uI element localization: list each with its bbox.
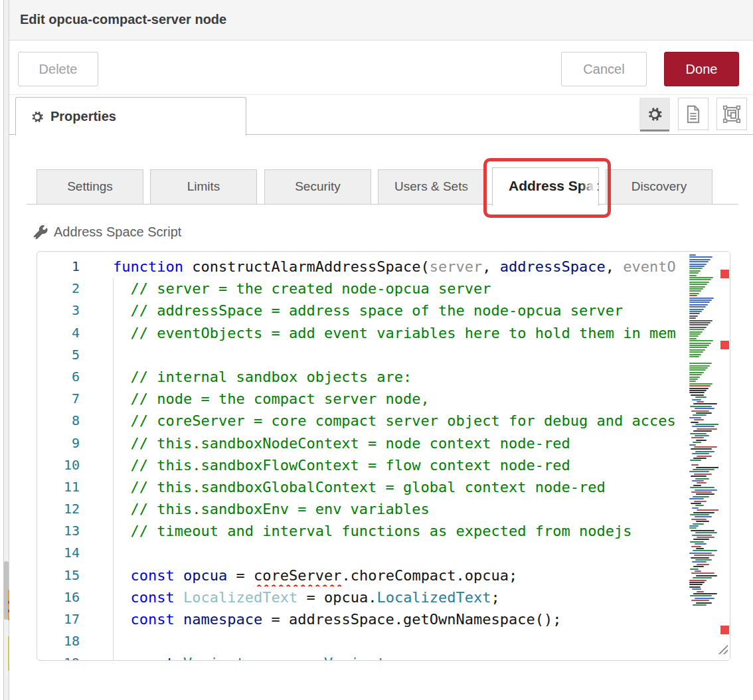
properties-tab[interactable]: Properties — [15, 97, 246, 135]
section-label-row: Address Space Script — [33, 224, 181, 240]
code-line[interactable]: 8 // coreServer = core compact server ob… — [37, 410, 688, 432]
minimap-row — [695, 598, 714, 599]
properties-tab-label: Properties — [50, 109, 116, 124]
minimap-row — [689, 333, 701, 335]
minimap-row — [689, 586, 701, 588]
line-number: 15 — [37, 565, 80, 586]
minimap-row — [689, 347, 707, 348]
minimap-row — [690, 595, 712, 596]
minimap-row — [689, 272, 699, 274]
minimap-row — [695, 435, 709, 436]
minimap-row — [696, 493, 714, 495]
minimap-row — [693, 550, 717, 551]
code-line[interactable]: 16 const LocalizedText = opcua.Localized… — [37, 586, 688, 608]
minimap-row — [695, 424, 720, 425]
code-text: // this.sandboxGlobalContext = global co… — [80, 476, 688, 498]
minimap-row — [689, 383, 712, 385]
tab-security[interactable]: Security — [264, 169, 371, 205]
minimap-row — [696, 548, 704, 549]
code-line[interactable]: 10 // this.sandboxFlowContext = flow con… — [37, 454, 688, 476]
minimap-row — [695, 559, 712, 561]
tab-discovery[interactable]: Discovery — [606, 169, 712, 205]
code-line[interactable]: 18 — [37, 630, 688, 652]
line-number: 16 — [37, 586, 80, 608]
code-line[interactable]: 4 // eventObjects = add event variables … — [37, 322, 688, 344]
tab-users-sets[interactable]: Users & Sets — [378, 169, 485, 205]
minimap-row — [697, 564, 709, 565]
line-number: 14 — [37, 542, 80, 564]
cancel-button[interactable]: Cancel — [561, 52, 647, 86]
minimap-row — [693, 430, 712, 432]
line-number: 1 — [37, 256, 80, 278]
minimap-row — [695, 408, 714, 409]
line-number: 3 — [37, 300, 80, 321]
line-number: 13 — [37, 520, 80, 542]
code-line[interactable]: 14 — [37, 542, 688, 564]
minimap-row — [691, 546, 701, 547]
minimap-row — [689, 582, 705, 583]
code-line[interactable]: 15 const opcua = coreServer.choreCompact… — [37, 565, 688, 586]
tab-settings[interactable]: Settings — [37, 169, 143, 205]
code-line[interactable]: 7 // node = the compact server node, — [37, 388, 688, 410]
line-number: 10 — [37, 454, 80, 476]
tab-address-space[interactable]: Address Space — [492, 167, 599, 206]
code-line[interactable]: 19 const Variant = opcua.Variant; — [37, 652, 688, 661]
minimap-row — [693, 593, 717, 594]
code-text: const LocalizedText = opcua.LocalizedTex… — [80, 586, 688, 608]
delete-button[interactable]: Delete — [18, 52, 98, 86]
code-line[interactable]: 5 — [37, 344, 688, 366]
code-text: const opcua = coreServer.choreCompact.op… — [80, 565, 688, 586]
minimap-row — [690, 514, 709, 515]
code-editor[interactable]: 1function constructAlarmAddressSpace(ser… — [37, 251, 730, 661]
code-text — [80, 344, 688, 366]
minimap-row — [689, 329, 705, 330]
code-text: // internal sandbox objects are: — [80, 366, 688, 388]
code-line[interactable]: 9 // this.sandboxNodeContext = node cont… — [37, 432, 688, 454]
code-line[interactable]: 3 // addressSpace = address space of the… — [37, 300, 688, 321]
minimap-row — [689, 381, 696, 382]
node-properties-button[interactable] — [639, 98, 670, 130]
tab-limits[interactable]: Limits — [150, 169, 257, 205]
minimap-row — [695, 543, 707, 545]
line-number: 4 — [37, 322, 80, 344]
code-line[interactable]: 17 const namespace = addressSpace.getOwn… — [37, 608, 688, 630]
overview-ruler — [718, 252, 730, 660]
minimap-row — [689, 264, 707, 265]
dialog-header: Edit opcua-compact-server node — [9, 0, 753, 41]
code-line[interactable]: 11 // this.sandboxGlobalContext = global… — [37, 476, 688, 498]
minimap-row — [689, 313, 700, 314]
minimap-row — [692, 426, 714, 427]
minimap-row — [689, 290, 701, 292]
minimap-row — [689, 327, 707, 328]
node-description-button[interactable] — [678, 98, 709, 130]
code-lines[interactable]: 1function constructAlarmAddressSpace(ser… — [37, 256, 688, 661]
tab-users-sets-label: Users & Sets — [394, 179, 468, 193]
code-line[interactable]: 12 // this.sandboxEnv = env variables — [37, 498, 688, 520]
minimap-row — [692, 480, 704, 481]
code-text: // server = the created node-opcua serve… — [80, 278, 688, 300]
minimap-row — [689, 275, 697, 276]
code-line[interactable]: 2 // server = the created node-opcua ser… — [37, 278, 688, 300]
code-line[interactable]: 1function constructAlarmAddressSpace(ser… — [37, 256, 688, 278]
minimap-row — [691, 491, 712, 493]
gear-icon — [31, 110, 44, 124]
minimap-row — [691, 464, 699, 466]
minimap-row — [689, 270, 701, 272]
wrench-icon — [33, 225, 48, 240]
code-line[interactable]: 13 // timeout and interval functions as … — [37, 520, 688, 542]
code-line[interactable]: 6 // internal sandbox objects are: — [37, 366, 688, 388]
code-text — [80, 630, 688, 652]
minimap-row — [696, 575, 717, 576]
appearance-icon — [722, 105, 741, 124]
code-text: // this.sandboxEnv = env variables — [80, 498, 688, 520]
minimap-row — [697, 482, 707, 483]
minimap-row — [689, 338, 697, 339]
code-text: // eventObjects = add event variables he… — [80, 322, 688, 344]
code-text: // addressSpace = address space of the n… — [80, 300, 688, 321]
error-marker — [720, 341, 729, 349]
minimap-row — [690, 569, 699, 570]
done-button[interactable]: Done — [664, 52, 739, 86]
minimap[interactable] — [688, 254, 718, 606]
minimap-row — [689, 311, 702, 312]
node-appearance-button[interactable] — [716, 98, 747, 130]
